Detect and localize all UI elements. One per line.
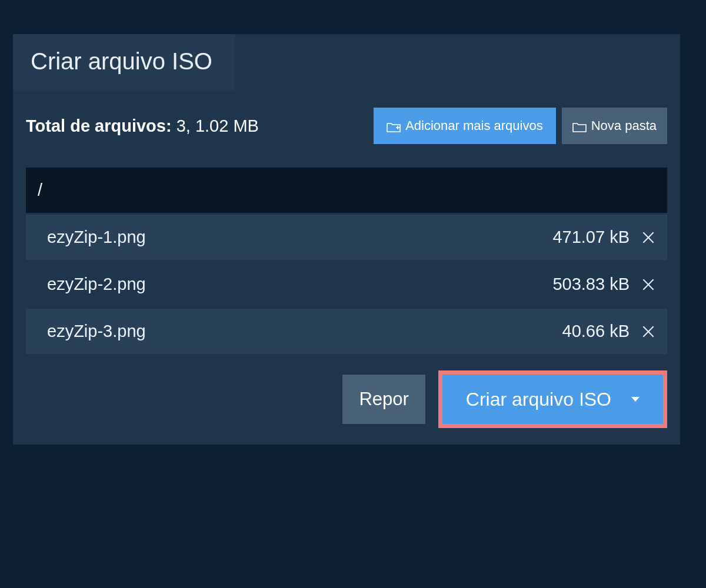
folder-add-icon — [387, 121, 401, 131]
create-iso-button[interactable]: Criar arquivo ISO — [442, 375, 663, 424]
remove-file-button[interactable] — [640, 323, 657, 340]
toolbar: Total de arquivos: 3, 1.02 MB Adicionar … — [13, 90, 680, 153]
file-row: ezyZip-3.png 40.66 kB — [26, 309, 667, 354]
file-name: ezyZip-2.png — [47, 275, 552, 294]
folder-icon — [572, 121, 587, 131]
total-files-text: Total de arquivos: 3, 1.02 MB — [26, 116, 374, 136]
file-size: 503.83 kB — [552, 275, 630, 294]
file-size: 40.66 kB — [562, 322, 630, 341]
reset-button[interactable]: Repor — [342, 375, 425, 424]
create-label: Criar arquivo ISO — [466, 389, 611, 410]
path-text: / — [38, 181, 42, 199]
file-row: ezyZip-2.png 503.83 kB — [26, 262, 667, 307]
file-size: 471.07 kB — [552, 228, 630, 247]
total-files-value: 3, 1.02 MB — [176, 116, 259, 135]
reset-label: Repor — [359, 389, 408, 410]
bottom-action-bar: Repor Criar arquivo ISO — [13, 354, 680, 445]
caret-down-icon — [631, 397, 640, 402]
file-name: ezyZip-1.png — [47, 228, 552, 247]
tab-create-iso[interactable]: Criar arquivo ISO — [13, 34, 235, 90]
total-files-label: Total de arquivos: — [26, 116, 172, 135]
tab-title: Criar arquivo ISO — [31, 48, 212, 74]
create-button-highlight: Criar arquivo ISO — [438, 370, 667, 428]
remove-file-button[interactable] — [640, 276, 657, 293]
new-folder-button[interactable]: Nova pasta — [562, 108, 667, 144]
file-list: / ezyZip-1.png 471.07 kB ezyZip-2.png 50… — [26, 168, 667, 354]
remove-file-button[interactable] — [640, 229, 657, 246]
path-bar[interactable]: / — [26, 168, 667, 213]
new-folder-label: Nova pasta — [591, 118, 657, 133]
file-row: ezyZip-1.png 471.07 kB — [26, 215, 667, 260]
file-name: ezyZip-3.png — [47, 322, 562, 341]
add-files-button[interactable]: Adicionar mais arquivos — [374, 108, 556, 144]
add-files-label: Adicionar mais arquivos — [405, 118, 543, 133]
iso-create-panel: Criar arquivo ISO Total de arquivos: 3, … — [13, 34, 680, 445]
